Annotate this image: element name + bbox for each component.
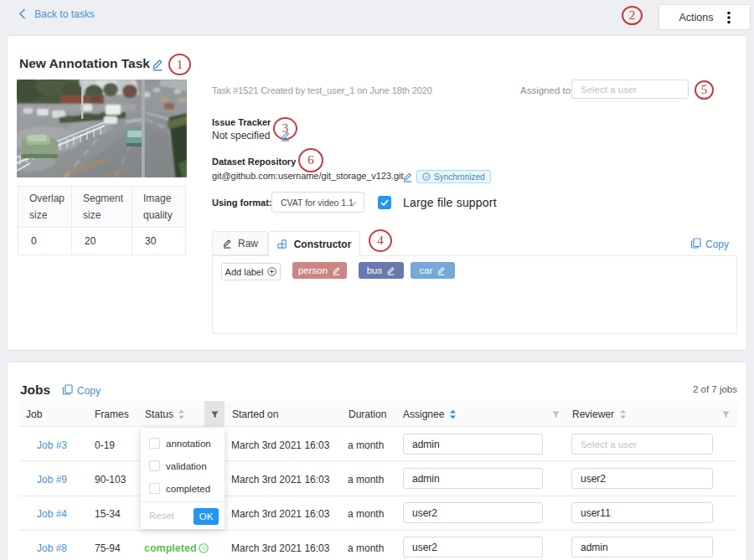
svg-text:?: ? [202,545,206,552]
